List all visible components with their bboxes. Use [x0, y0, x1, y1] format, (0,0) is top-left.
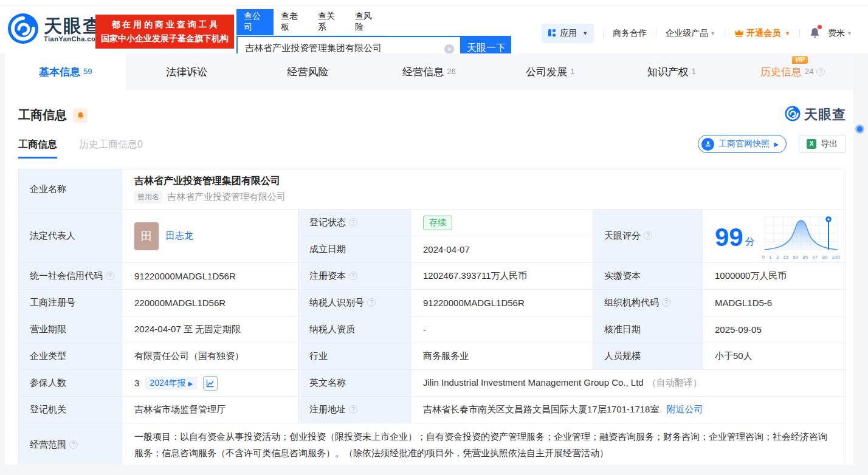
field-label-credit-code: 统一社会信用代码?: [19, 263, 122, 290]
section-title: 工商信息: [18, 107, 67, 123]
stamp-icon: [701, 138, 714, 151]
field-value-credit-code: 91220000MADGL1D56R: [122, 263, 298, 290]
tianyancha-logo-icon: [7, 13, 39, 47]
annual-report-link[interactable]: 2024年报 ▶: [145, 377, 198, 390]
field-value-business-scope: 一般项目：以自有资金从事投资活动；创业投资（限投资未上市企业）；自有资金投资的资…: [122, 423, 846, 466]
table-row: 统一社会信用代码? 91220000MADGL1D56R 注册资本? 12024…: [19, 263, 846, 290]
score-axis-ticks: 01 315 5085 9799 100: [762, 255, 840, 260]
tab-basic-info[interactable]: 基本信息 59: [5, 53, 126, 90]
nearby-companies-link[interactable]: 附近公司: [667, 404, 703, 414]
field-value-reg-capital: 1202467.393711万人民币: [411, 263, 593, 290]
menu-divider: [725, 29, 725, 38]
search-tab-risk[interactable]: 查风险: [348, 9, 385, 35]
tab-company-development[interactable]: 公司发展 1: [490, 53, 611, 90]
excel-icon: X: [807, 139, 816, 149]
floating-sidebar-handle[interactable]: [855, 125, 864, 134]
official-snapshot-button[interactable]: 工商官网快照 ▶: [698, 135, 787, 153]
field-label-industry: 行业: [298, 343, 411, 370]
tab-count: 26: [447, 67, 455, 76]
tab-intellectual-property[interactable]: 知识产权 1: [611, 53, 732, 90]
menu-divider: [799, 29, 800, 38]
vip-badge: VIP: [792, 56, 808, 64]
legal-rep-link[interactable]: 田志龙: [166, 230, 193, 242]
help-icon[interactable]: ?: [349, 272, 357, 280]
chevron-right-icon: ▶: [774, 141, 779, 148]
help-icon[interactable]: ?: [662, 298, 670, 307]
field-label-reg-address: 注册地址?: [298, 397, 411, 423]
field-label-paid-capital: 实缴资本: [593, 263, 703, 290]
clear-search-icon[interactable]: ✕: [444, 44, 454, 54]
help-icon[interactable]: ?: [367, 298, 376, 307]
export-button[interactable]: X 导出: [799, 135, 846, 153]
chevron-down-icon: ▼: [785, 30, 790, 36]
subscribe-alert-button[interactable]: [73, 108, 88, 123]
table-row: 法定代表人 田 田志龙 登记状态? 存续 天眼评分? 99 分: [19, 210, 846, 236]
enterprise-products-label: 企业级产品: [666, 28, 708, 39]
help-icon[interactable]: ?: [816, 67, 825, 76]
help-icon[interactable]: ?: [349, 405, 357, 414]
page-margin: [853, 53, 868, 475]
field-value-business-term: 2024-04-07 至 无固定期限: [122, 316, 298, 343]
table-row: 经营范围? 一般项目：以自有资金从事投资活动；创业投资（限投资未上市企业）；自有…: [19, 423, 846, 466]
tab-label: 基本信息: [39, 65, 80, 79]
field-label-staff-size: 人员规模: [593, 343, 703, 370]
tab-count: 59: [83, 67, 92, 76]
field-value-reg-number: 220000MADGL1D56R: [122, 290, 298, 316]
field-label-business-scope: 经营范围?: [19, 423, 122, 466]
field-value-industry: 商务服务业: [411, 343, 593, 370]
trend-chart-button[interactable]: [203, 376, 218, 391]
tab-count: 24: [805, 67, 813, 76]
search-tab-company[interactable]: 查公司: [236, 9, 274, 35]
tab-operation-info[interactable]: 经营信息 26: [368, 53, 489, 90]
tab-operation-risk[interactable]: 经营风险: [247, 53, 368, 90]
table-row: 工商注册号 220000MADGL1D56R 纳税人识别号? 91220000M…: [19, 290, 846, 316]
field-label-company-type: 企业类型: [19, 343, 122, 370]
field-label-reg-capital: 注册资本?: [298, 263, 411, 290]
business-info-table: 企业名称 吉林省产业投资管理集团有限公司 曾用名 吉林省产业投资管理有限公司 法…: [18, 169, 846, 466]
field-label-enterprise-name: 企业名称: [19, 169, 122, 210]
help-icon[interactable]: ?: [349, 218, 357, 227]
tianyancha-watermark: 天眼查: [785, 106, 846, 124]
field-value-approval-date: 2025-09-05: [703, 316, 846, 343]
company-nav-tabs: 基本信息 59 法律诉讼 经营风险 经营信息 26 公司发展 1 知识产权 1 …: [5, 53, 853, 90]
bell-icon: [809, 31, 821, 41]
enterprise-products-menu[interactable]: 企业级产品 ▼: [666, 28, 715, 39]
chevron-right-icon: ▶: [188, 380, 193, 387]
tab-label: 知识产权: [647, 65, 689, 79]
field-label-insured-count: 参保人数: [19, 370, 122, 397]
help-icon[interactable]: ?: [644, 231, 652, 240]
tianyancha-logo[interactable]: 天眼查 TianYanCha.com: [7, 13, 102, 47]
page-margin: [0, 53, 5, 475]
notifications-button[interactable]: [809, 27, 821, 41]
subtab-business-info[interactable]: 工商信息: [18, 138, 57, 151]
business-cooperation-link[interactable]: 商务合作: [613, 28, 647, 39]
field-value-reg-status: 存续: [411, 210, 593, 236]
search-tab-boss[interactable]: 查老板: [274, 9, 311, 35]
avatar[interactable]: 田: [134, 222, 159, 250]
username: 费米: [828, 28, 845, 39]
tab-label: 法律诉讼: [166, 65, 207, 79]
tab-history-info[interactable]: 历史信息 VIP 24 ?: [732, 53, 853, 90]
chevron-down-icon: ▼: [582, 30, 588, 36]
user-menu[interactable]: 费米 ▼: [828, 28, 852, 39]
field-label-reg-number: 工商注册号: [19, 290, 122, 316]
chevron-down-icon: ▼: [847, 30, 852, 36]
open-vip-button[interactable]: 开通会员 ▼: [734, 28, 790, 39]
field-value-paid-capital: 1000000万人民币: [703, 263, 846, 290]
apps-menu-button[interactable]: 应用 ▼: [542, 24, 594, 43]
status-badge: 存续: [423, 216, 452, 230]
field-value-taxpayer-id: 91220000MADGL1D56R: [411, 290, 593, 316]
tab-legal-proceedings[interactable]: 法律诉讼: [126, 53, 247, 90]
search-tab-relation[interactable]: 查关系: [311, 9, 348, 35]
field-value-english-name: Jilin Industrial Investment Management G…: [411, 370, 846, 397]
help-icon[interactable]: ?: [69, 440, 78, 449]
apps-label: 应用: [560, 28, 577, 39]
field-value-establish-date: 2024-04-07: [411, 236, 593, 263]
field-value-reg-authority: 吉林省市场监督管理厅: [122, 397, 298, 423]
search-input[interactable]: [245, 43, 439, 53]
score-value: 99: [715, 225, 743, 250]
help-icon[interactable]: ?: [106, 272, 114, 280]
score-unit: 分: [745, 236, 755, 248]
watermark-text: 天眼查: [804, 106, 846, 124]
subtab-history-business-info[interactable]: 历史工商信息0: [79, 138, 143, 151]
